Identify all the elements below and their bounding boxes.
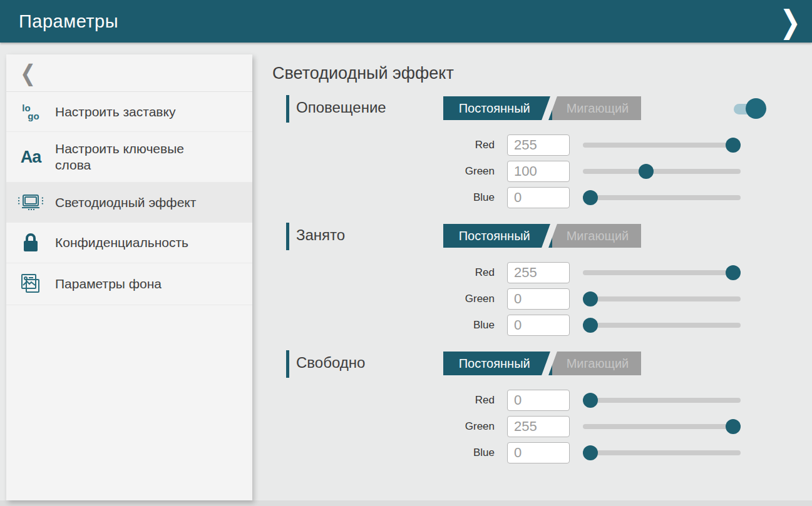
toggle-thumb	[746, 98, 766, 119]
mode-segmented-control: Мигающий Постоянный	[443, 224, 641, 248]
chevron-left-icon: ❮	[20, 60, 36, 86]
red-slider[interactable]	[583, 263, 741, 282]
rgb-row-green: Green	[272, 286, 812, 312]
channel-label: Blue	[272, 447, 495, 459]
green-value-input[interactable]	[507, 416, 570, 437]
slider-thumb[interactable]	[583, 445, 598, 460]
rgb-row-red: Red	[272, 260, 812, 286]
blue-slider[interactable]	[583, 443, 741, 462]
section-label: Оповещение	[296, 99, 386, 116]
main-panel: Светодиодный эффект Оповещение Мигающий …	[272, 43, 812, 500]
background-images-icon	[6, 272, 55, 296]
bottom-edge-shadow	[0, 500, 812, 506]
sidebar-item-led-effect[interactable]: Светодиодный эффект	[6, 183, 252, 223]
blue-value-input[interactable]	[507, 442, 570, 463]
blue-value-input[interactable]	[507, 187, 570, 208]
slider-thumb[interactable]	[639, 164, 654, 179]
sidebar: ❮ lo go Настроить заставку Aa Настроить …	[6, 54, 252, 500]
slider-thumb[interactable]	[583, 291, 598, 306]
rgb-row-blue: Blue	[272, 440, 812, 466]
blue-slider[interactable]	[583, 316, 741, 335]
green-slider[interactable]	[583, 162, 741, 181]
slider-thumb[interactable]	[726, 265, 741, 280]
sidebar-item-privacy[interactable]: Конфиденциальность	[6, 223, 252, 263]
slider-track	[583, 296, 741, 301]
chevron-right-icon[interactable]: ❯	[779, 3, 801, 40]
rgb-row-green: Green	[272, 413, 812, 440]
lock-icon	[6, 231, 55, 254]
led-screen-icon	[6, 192, 55, 213]
section-label: Свободно	[296, 354, 365, 372]
green-value-input[interactable]	[507, 161, 570, 182]
green-value-input[interactable]	[507, 288, 570, 310]
channel-label: Green	[272, 165, 495, 178]
rgb-row-red: Red	[272, 132, 812, 158]
mode-segmented-control: Мигающий Постоянный	[443, 96, 641, 120]
logo-icon: lo go	[6, 104, 55, 120]
slider-track	[583, 169, 741, 174]
slider-track	[583, 143, 741, 148]
blue-slider[interactable]	[583, 188, 741, 207]
blue-value-input[interactable]	[507, 315, 570, 336]
section-busy: Занято Мигающий Постоянный Red Green	[272, 222, 812, 338]
sidebar-item-label: Настроить ключевые слова	[55, 141, 199, 173]
red-value-input[interactable]	[507, 134, 570, 156]
slider-thumb[interactable]	[726, 419, 741, 434]
green-slider[interactable]	[583, 290, 741, 308]
section-accent-bar	[286, 95, 289, 123]
slider-track	[583, 270, 741, 275]
section-label: Занято	[296, 226, 345, 244]
sidebar-item-screensaver[interactable]: lo go Настроить заставку	[6, 92, 252, 132]
rgb-row-red: Red	[272, 387, 812, 413]
notification-led-toggle[interactable]	[734, 98, 769, 120]
slider-track	[583, 323, 741, 328]
red-slider[interactable]	[583, 391, 741, 410]
section-accent-bar	[286, 350, 289, 378]
red-slider[interactable]	[583, 136, 741, 154]
section-notification: Оповещение Мигающий Постоянный Red Green	[272, 94, 812, 211]
sidebar-item-background[interactable]: Параметры фона	[6, 263, 252, 305]
channel-label: Red	[272, 266, 495, 279]
mode-option-constant[interactable]: Постоянный	[443, 352, 552, 375]
slider-thumb[interactable]	[583, 318, 598, 333]
red-value-input[interactable]	[507, 390, 570, 411]
channel-label: Green	[272, 293, 495, 305]
slider-thumb[interactable]	[726, 138, 741, 153]
green-slider[interactable]	[583, 417, 741, 436]
rgb-row-blue: Blue	[272, 185, 812, 211]
mode-option-constant[interactable]: Постоянный	[443, 96, 552, 120]
slider-thumb[interactable]	[583, 393, 598, 408]
channel-label: Blue	[272, 191, 495, 204]
slider-thumb[interactable]	[583, 190, 598, 205]
app-header: Параметры ❯	[0, 0, 812, 43]
page-title: Параметры	[19, 11, 118, 32]
section-accent-bar	[286, 223, 289, 250]
rgb-row-green: Green	[272, 158, 812, 185]
slider-track	[583, 195, 741, 200]
channel-label: Red	[272, 394, 495, 407]
sidebar-item-label: Конфиденциальность	[55, 235, 193, 251]
sidebar-item-label: Настроить заставку	[55, 104, 180, 120]
section-free: Свободно Мигающий Постоянный Red Green	[272, 350, 812, 466]
channel-label: Blue	[272, 319, 495, 331]
keywords-icon: Aa	[6, 148, 55, 167]
channel-label: Green	[272, 420, 495, 433]
mode-option-constant[interactable]: Постоянный	[443, 224, 552, 248]
slider-track	[583, 450, 741, 455]
rgb-row-blue: Blue	[272, 312, 812, 338]
sidebar-item-keywords[interactable]: Aa Настроить ключевые слова	[6, 132, 252, 183]
sidebar-item-label: Светодиодный эффект	[55, 195, 201, 211]
slider-track	[583, 398, 741, 403]
red-value-input[interactable]	[507, 262, 570, 283]
content-title: Светодиодный эффект	[272, 64, 812, 83]
channel-label: Red	[272, 139, 495, 151]
mode-segmented-control: Мигающий Постоянный	[443, 352, 641, 375]
sidebar-collapse-button[interactable]: ❮	[6, 54, 252, 92]
sidebar-item-label: Параметры фона	[55, 276, 167, 292]
slider-track	[583, 424, 741, 429]
